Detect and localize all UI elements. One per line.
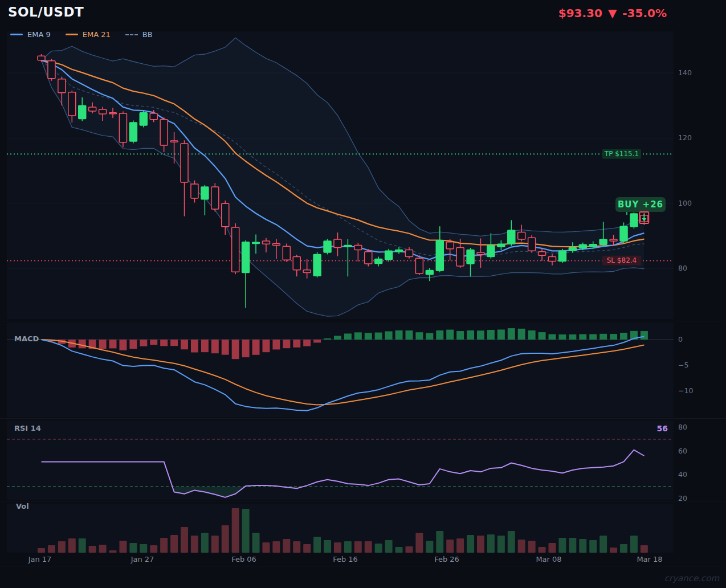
volume-bar — [436, 531, 443, 553]
macd-histogram-bar — [405, 330, 413, 340]
volume-bar — [487, 534, 495, 553]
candle-body — [508, 230, 515, 244]
volume-bar — [303, 544, 311, 553]
candle-body — [68, 92, 76, 116]
volume-bar — [252, 533, 260, 553]
volume-bar — [150, 545, 157, 553]
candle-body — [446, 242, 454, 249]
candle-body — [48, 61, 55, 79]
candle-body — [272, 244, 280, 246]
candle-body — [293, 256, 300, 270]
macd-histogram-bar — [641, 331, 648, 340]
candle-body — [395, 250, 403, 251]
axis-tick-label: 40 — [678, 470, 687, 479]
candle-body — [99, 109, 107, 114]
macd-histogram-bar — [497, 329, 505, 340]
axis-tick-label: −5 — [678, 361, 688, 369]
buy-signal-label[interactable]: BUY +26 — [618, 199, 663, 210]
volume-bar — [119, 541, 127, 553]
candle-body — [129, 122, 137, 141]
candle-body — [589, 244, 597, 247]
candle-body — [385, 251, 393, 259]
down-arrow-icon: ▼ — [608, 6, 617, 20]
symbol-title: SOL/USDT — [8, 5, 84, 19]
volume-panel-label: Vol — [16, 502, 29, 511]
macd-histogram-bar — [508, 328, 515, 340]
candle-body — [140, 113, 147, 125]
candle-body — [283, 246, 290, 260]
volume-bar — [109, 550, 117, 553]
macd-histogram-bar — [252, 340, 260, 355]
legend-item-ema21[interactable]: EMA 21 — [66, 30, 111, 39]
stop-loss-tag-label: SL $82.4 — [607, 256, 637, 264]
rsi-panel-label: RSI 14 — [14, 424, 41, 432]
macd-histogram-bar — [365, 333, 372, 340]
macd-histogram-bar — [150, 340, 157, 345]
volume-bar — [620, 544, 627, 553]
macd-histogram-bar — [487, 330, 495, 340]
candle-body — [119, 113, 127, 142]
volume-bar — [293, 541, 300, 553]
macd-histogram-bar — [283, 340, 290, 348]
macd-histogram-bar — [344, 333, 352, 340]
candle-body — [38, 56, 45, 60]
macd-histogram-bar — [160, 340, 168, 346]
candle-body — [456, 247, 464, 266]
price-chart-canvas[interactable]: TP $115.1SL $82.4BUY +26140120100800−5−1… — [0, 0, 726, 588]
volume-bar — [405, 546, 413, 553]
macd-histogram-bar — [324, 338, 331, 340]
macd-histogram-bar — [201, 340, 209, 352]
indicator-legend: EMA 9 EMA 21 BB — [10, 30, 153, 39]
volume-bar — [599, 536, 607, 553]
axis-tick-label: Jan 27 — [130, 555, 154, 564]
legend-item-ema9[interactable]: EMA 9 — [10, 30, 51, 39]
candle-body — [58, 79, 66, 93]
volume-bar — [395, 547, 403, 553]
volume-bar — [272, 541, 280, 553]
volume-bar — [140, 544, 147, 553]
volume-bar — [99, 545, 107, 553]
candle-body — [354, 245, 362, 250]
volume-bar — [610, 548, 617, 553]
volume-bar — [283, 539, 290, 553]
macd-histogram-bar — [313, 340, 321, 342]
macd-histogram-bar — [119, 340, 127, 350]
volume-bar — [497, 536, 505, 553]
axis-tick-label: Jan 17 — [28, 555, 52, 564]
macd-histogram-bar — [518, 329, 525, 340]
candle-body — [436, 240, 443, 271]
macd-histogram-bar — [211, 340, 219, 353]
volume-bar — [129, 543, 137, 553]
macd-histogram-bar — [549, 334, 556, 340]
ema21-swatch-icon — [66, 34, 78, 35]
candle-body — [211, 187, 219, 209]
volume-bar — [324, 540, 331, 553]
volume-bar — [477, 536, 484, 553]
volume-bar — [354, 541, 362, 553]
macd-histogram-bar — [610, 334, 617, 340]
candle-body — [405, 250, 413, 256]
volume-bar — [446, 540, 454, 553]
legend-item-bb[interactable]: BB — [125, 30, 153, 39]
axis-tick-label: Mar 08 — [536, 555, 561, 564]
macd-histogram-bar — [599, 334, 607, 340]
volume-bar — [630, 536, 638, 553]
volume-bar — [528, 541, 536, 553]
macd-histogram-bar — [129, 340, 137, 349]
volume-bar — [58, 541, 66, 553]
candle-body — [191, 184, 198, 198]
candle-body — [79, 105, 86, 119]
candle-body — [313, 254, 321, 276]
candle-body — [610, 239, 617, 241]
last-price: $93.30 — [558, 6, 602, 20]
volume-bar — [232, 508, 239, 553]
macd-histogram-bar — [446, 330, 454, 340]
candle-body — [262, 241, 270, 244]
candle-body — [518, 232, 525, 240]
macd-panel-label: MACD — [14, 334, 39, 343]
candle-body — [549, 256, 556, 261]
candle-body — [303, 270, 311, 273]
axis-tick-label: 0 — [678, 335, 683, 344]
volume-bar — [160, 538, 168, 553]
volume-bar — [181, 527, 188, 553]
